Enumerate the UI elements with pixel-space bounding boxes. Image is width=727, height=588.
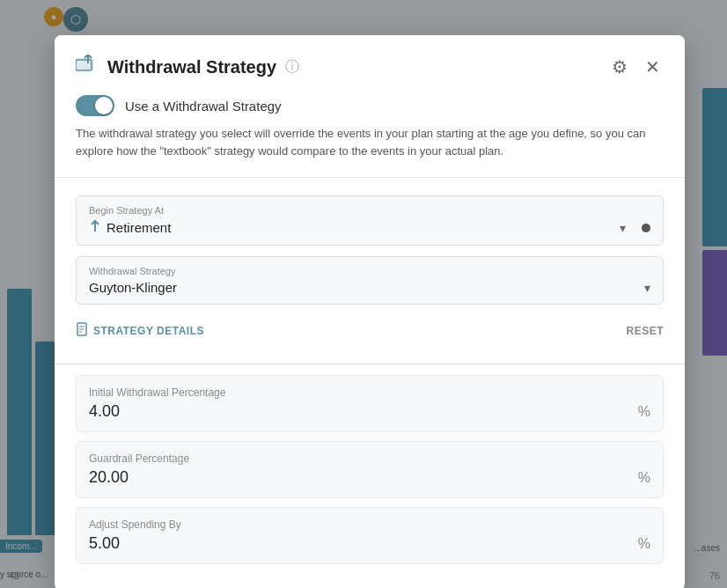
strategy-actions-row: STRATEGY DETAILS RESET — [76, 315, 664, 346]
modal-header-icon — [76, 55, 99, 79]
dot-indicator — [642, 224, 650, 232]
section-divider — [55, 177, 685, 178]
guardrail-percentage-value-row: 20.00 % — [89, 468, 650, 487]
initial-withdrawal-label: Initial Withdrawal Percentage — [89, 386, 650, 399]
withdrawal-strategy-dropdown-icon[interactable]: ▾ — [644, 281, 650, 295]
initial-withdrawal-field[interactable]: Initial Withdrawal Percentage 4.00 % — [76, 375, 664, 432]
guardrail-percentage-label: Guardrail Percentage — [89, 452, 650, 465]
toggle-track[interactable] — [76, 95, 114, 116]
guardrail-percentage-unit: % — [638, 470, 650, 486]
begin-strategy-field[interactable]: Begin Strategy At Retirement ▾ — [76, 195, 664, 246]
withdrawal-strategy-value: Guyton-Klinger — [89, 280, 177, 295]
adjust-spending-value-row: 5.00 % — [89, 534, 650, 553]
toggle-section: Use a Withdrawal Strategy The withdrawal… — [55, 95, 685, 173]
modal-title-area: Withdrawal Strategy ⓘ — [76, 55, 299, 79]
guardrail-percentage-value: 20.00 — [89, 468, 129, 487]
retirement-arrow-icon — [89, 219, 101, 236]
withdrawal-strategy-modal: Withdrawal Strategy ⓘ ⚙ ✕ Use a Withdraw… — [55, 35, 685, 588]
guardrail-percentage-field[interactable]: Guardrail Percentage 20.00 % — [76, 441, 664, 498]
adjust-spending-value: 5.00 — [89, 534, 120, 553]
modal-header: Withdrawal Strategy ⓘ ⚙ ✕ — [55, 35, 685, 95]
toggle-thumb — [95, 97, 113, 114]
settings-icon[interactable]: ⚙ — [608, 53, 631, 81]
info-icon[interactable]: ⓘ — [285, 58, 299, 77]
adjust-spending-label: Adjust Spending By — [89, 518, 650, 531]
withdrawal-strategy-field[interactable]: Withdrawal Strategy Guyton-Klinger ▾ — [76, 256, 664, 305]
adjust-spending-unit: % — [638, 536, 650, 552]
close-icon[interactable]: ✕ — [642, 53, 664, 81]
initial-withdrawal-value: 4.00 — [89, 402, 120, 421]
toggle-label: Use a Withdrawal Strategy — [125, 99, 282, 114]
doc-icon — [76, 322, 88, 339]
toggle-row: Use a Withdrawal Strategy — [76, 95, 664, 116]
begin-strategy-label: Begin Strategy At — [89, 205, 650, 216]
withdrawal-strategy-label: Withdrawal Strategy — [89, 266, 650, 276]
begin-strategy-value: Retirement — [89, 219, 171, 236]
initial-withdrawal-unit: % — [638, 404, 650, 420]
withdrawal-strategy-value-row: Guyton-Klinger ▾ — [89, 280, 650, 295]
modal-title: Withdrawal Strategy — [107, 57, 276, 77]
initial-withdrawal-value-row: 4.00 % — [89, 402, 650, 421]
params-divider — [55, 364, 685, 364]
description-text: The withdrawal strategy you select will … — [76, 125, 664, 159]
form-section: Begin Strategy At Retirement ▾ — [55, 181, 685, 360]
begin-strategy-dropdown-icon[interactable]: ▾ — [620, 221, 626, 235]
strategy-details-button[interactable]: STRATEGY DETAILS — [76, 322, 204, 339]
reset-button[interactable]: RESET — [626, 325, 664, 337]
begin-strategy-value-row: Retirement ▾ — [89, 219, 650, 236]
modal-actions: ⚙ ✕ — [608, 53, 664, 81]
adjust-spending-field[interactable]: Adjust Spending By 5.00 % — [76, 507, 664, 564]
params-section: Initial Withdrawal Percentage 4.00 % Gua… — [55, 368, 685, 588]
use-withdrawal-toggle[interactable] — [76, 95, 114, 116]
